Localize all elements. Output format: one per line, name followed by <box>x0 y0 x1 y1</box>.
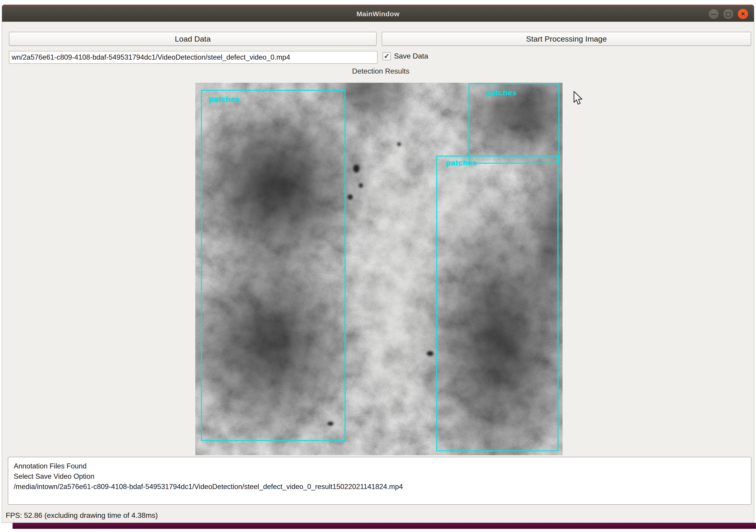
detection-label: patches <box>486 88 517 97</box>
detection-image: patches patches patches <box>195 83 562 455</box>
maximize-button[interactable]: ▢ <box>723 9 734 19</box>
fps-status: FPS: 52.86 (excluding drawing time of 4.… <box>6 511 158 519</box>
detection-results-heading: Detection Results <box>197 67 564 75</box>
save-data-checkbox[interactable]: ✓ <box>383 52 391 60</box>
file-path-input[interactable] <box>9 51 378 64</box>
desktop-strip <box>13 523 756 529</box>
minimize-icon: — <box>711 11 716 17</box>
detection-label: patches <box>209 95 240 104</box>
close-icon: ✕ <box>741 11 745 17</box>
window-title: MainWindow <box>2 10 754 18</box>
start-processing-button[interactable]: Start Processing Image <box>382 32 751 46</box>
detection-box: patches <box>201 90 345 441</box>
close-button[interactable]: ✕ <box>738 9 748 19</box>
defect-speck <box>359 183 363 188</box>
checkmark-icon: ✓ <box>384 52 390 60</box>
save-data-label: Save Data <box>394 52 428 60</box>
detection-box: patches <box>469 83 559 164</box>
maximize-icon: ▢ <box>726 11 731 17</box>
defect-speck <box>427 351 434 356</box>
load-data-button[interactable]: Load Data <box>9 32 377 46</box>
log-line: Select Save Video Option <box>14 471 745 481</box>
minimize-button[interactable]: — <box>708 9 719 19</box>
defect-speck <box>397 142 401 146</box>
window-controls: — ▢ ✕ <box>708 9 748 19</box>
log-textarea[interactable]: Annotation Files Found Select Save Video… <box>8 457 751 505</box>
mouse-cursor-icon <box>573 91 584 106</box>
detection-label: patches <box>446 158 477 167</box>
detection-box: patches <box>436 156 558 451</box>
defect-speck <box>353 165 359 172</box>
titlebar[interactable]: MainWindow — ▢ ✕ <box>2 5 754 22</box>
log-line: Annotation Files Found <box>14 461 745 471</box>
log-line: /media/intown/2a576e61-c809-4108-bdaf-54… <box>14 481 745 492</box>
save-data-row: ✓ Save Data <box>383 52 428 60</box>
main-window: MainWindow — ▢ ✕ Load Data Start Process… <box>2 5 754 523</box>
